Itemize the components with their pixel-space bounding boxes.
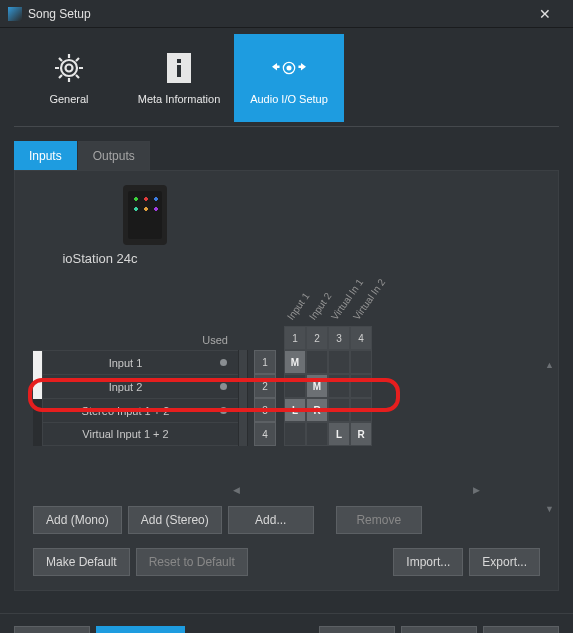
col-numbers: 1 2 3 4 — [284, 326, 372, 350]
routing-cell[interactable]: M — [306, 374, 328, 398]
routing-cell[interactable] — [284, 422, 306, 446]
row-color-chip[interactable] — [33, 375, 43, 399]
import-button[interactable]: Import... — [393, 548, 463, 576]
row-slider[interactable] — [238, 422, 248, 446]
sub-tabs: Inputs Outputs — [14, 141, 559, 171]
svg-point-6 — [286, 65, 291, 70]
routing-cell[interactable] — [328, 350, 350, 374]
routing-cell[interactable]: R — [306, 398, 328, 422]
row-label: Stereo Input 1 + 2 — [43, 405, 208, 417]
scroll-left-icon[interactable] — [233, 482, 240, 496]
col-number: 4 — [350, 326, 372, 350]
top-tabs: General Meta Information Audio I/O Setup — [14, 34, 559, 122]
row-label: Input 1 — [43, 357, 208, 369]
routing-cell[interactable] — [350, 398, 372, 422]
table-row[interactable]: Input 1 — [33, 350, 238, 374]
subtab-inputs[interactable]: Inputs — [14, 141, 77, 170]
app-icon — [8, 7, 22, 21]
device-name: ioStation 24c — [62, 251, 137, 266]
row-label: Virtual Input 1 + 2 — [43, 428, 208, 440]
content-area: General Meta Information Audio I/O Setup… — [0, 28, 573, 605]
table-row[interactable]: Input 2 — [33, 374, 238, 398]
device-image — [123, 185, 167, 245]
row-label: Input 2 — [43, 381, 208, 393]
row-slider[interactable] — [238, 350, 248, 374]
col-number: 2 — [306, 326, 328, 350]
tab-meta-information[interactable]: Meta Information — [124, 34, 234, 122]
remove-button[interactable]: Remove — [336, 506, 422, 534]
svg-rect-3 — [177, 59, 181, 63]
routing-cell[interactable]: L — [284, 398, 306, 422]
routing-matrix: Used Input 1 Input 2 Stereo Input 1 + 2 — [33, 272, 540, 446]
svg-rect-4 — [177, 65, 181, 77]
routing-cell[interactable] — [328, 398, 350, 422]
index-column: 1 2 3 4 — [238, 272, 276, 446]
col-number: 1 — [284, 326, 306, 350]
grid-rows: M M L R — [284, 350, 372, 446]
close-button[interactable]: ✕ — [525, 0, 565, 28]
window-title: Song Setup — [28, 7, 525, 21]
titlebar: Song Setup ✕ — [0, 0, 573, 28]
reset-default-button[interactable]: Reset to Default — [136, 548, 248, 576]
scroll-down-icon[interactable] — [545, 501, 554, 515]
col-label: Input 1 — [285, 291, 312, 322]
ok-button[interactable]: OK — [401, 626, 477, 633]
used-header: Used — [33, 272, 238, 350]
add-remove-row: Add (Mono) Add (Stereo) Add... Remove — [33, 506, 540, 534]
row-slider[interactable] — [238, 374, 248, 398]
subtab-outputs[interactable]: Outputs — [78, 141, 150, 170]
add-button[interactable]: Add... — [228, 506, 314, 534]
scroll-up-icon[interactable] — [545, 357, 554, 371]
export-button[interactable]: Export... — [469, 548, 540, 576]
row-index: 3 — [254, 398, 276, 422]
routing-cell[interactable]: M — [284, 350, 306, 374]
routing-cell[interactable]: L — [328, 422, 350, 446]
cancel-button[interactable]: Cancel — [483, 626, 559, 633]
routing-cell[interactable] — [306, 422, 328, 446]
h-scroll — [33, 482, 540, 496]
row-color-chip[interactable] — [33, 399, 43, 423]
routing-cell[interactable] — [328, 374, 350, 398]
table-row[interactable]: Virtual Input 1 + 2 — [33, 422, 238, 446]
matrix-grid: Input 1 Input 2 Virtual In 1 Virtual In … — [284, 272, 372, 446]
row-index: 4 — [254, 422, 276, 446]
tab-io-label: Audio I/O Setup — [250, 93, 328, 105]
svg-point-1 — [66, 65, 73, 72]
row-index: 2 — [254, 374, 276, 398]
routing-cell[interactable] — [284, 374, 306, 398]
io-panel: ioStation 24c Used Input 1 Input 2 — [14, 171, 559, 591]
routing-cell[interactable] — [350, 374, 372, 398]
tab-general-label: General — [49, 93, 88, 105]
divider — [14, 126, 559, 127]
add-stereo-button[interactable]: Add (Stereo) — [128, 506, 222, 534]
options-button[interactable]: Options — [14, 626, 90, 633]
row-labels: Used Input 1 Input 2 Stereo Input 1 + 2 — [33, 272, 238, 446]
apply-button[interactable]: Apply — [319, 626, 395, 633]
info-icon — [162, 51, 196, 85]
svg-point-0 — [61, 60, 77, 76]
row-slider[interactable] — [238, 398, 248, 422]
used-indicator — [208, 383, 238, 390]
routing-cell[interactable] — [350, 350, 372, 374]
song-setup-button[interactable]: Song Setup — [96, 626, 185, 633]
col-number: 3 — [328, 326, 350, 350]
row-color-chip[interactable] — [33, 422, 43, 446]
add-mono-button[interactable]: Add (Mono) — [33, 506, 122, 534]
io-icon — [272, 51, 306, 85]
routing-cell[interactable]: R — [350, 422, 372, 446]
row-color-chip[interactable] — [33, 351, 43, 375]
tab-meta-label: Meta Information — [138, 93, 221, 105]
row-index: 1 — [254, 350, 276, 374]
bottom-bar: Options Song Setup Apply OK Cancel — [0, 613, 573, 633]
device-block: ioStation 24c — [33, 185, 540, 266]
used-indicator — [208, 407, 238, 414]
v-scroll — [545, 357, 554, 515]
make-default-button[interactable]: Make Default — [33, 548, 130, 576]
scroll-right-icon[interactable] — [473, 482, 480, 496]
tab-audio-io-setup[interactable]: Audio I/O Setup — [234, 34, 344, 122]
routing-cell[interactable] — [306, 350, 328, 374]
gear-icon — [52, 51, 86, 85]
table-row[interactable]: Stereo Input 1 + 2 — [33, 398, 238, 422]
tab-general[interactable]: General — [14, 34, 124, 122]
default-import-row: Make Default Reset to Default Import... … — [33, 548, 540, 576]
